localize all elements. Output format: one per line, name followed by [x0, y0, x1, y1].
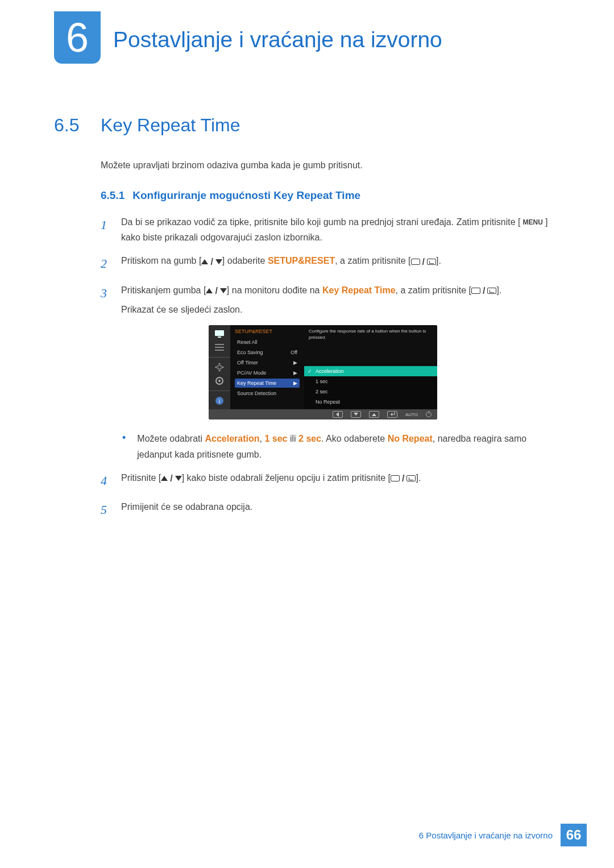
- osd-option: 2 sec: [304, 387, 437, 397]
- step-text: ].: [496, 285, 501, 295]
- subsection-title: Konfiguriranje mogućnosti Key Repeat Tim…: [132, 189, 360, 202]
- svg-rect-3: [215, 347, 224, 348]
- key-repeat-keyword: Key Repeat Time: [322, 285, 396, 295]
- monitor-icon: [213, 329, 226, 339]
- note-text: Možete odabrati: [137, 434, 205, 443]
- enter-icon: [387, 411, 397, 418]
- up-down-icon: /: [161, 471, 181, 486]
- step-text: Pritisnite [: [121, 473, 161, 483]
- osd-preview: Configure the response rate of a button …: [304, 325, 437, 366]
- page-number-badge: 66: [561, 824, 587, 846]
- osd-bottom-bar: AUTO: [209, 409, 437, 420]
- chapter-number-badge: 6: [54, 11, 101, 64]
- step-text: ].: [436, 256, 441, 265]
- osd-option: No Repeat: [304, 397, 437, 407]
- note-bullet: • Možete odabrati Acceleration, 1 sec il…: [122, 431, 560, 462]
- power-icon: [426, 412, 432, 417]
- osd-menu-item: Eco SavingOff: [235, 348, 300, 357]
- osd-menu: SETUP&RESET Reset All Eco SavingOff Off …: [230, 325, 304, 409]
- setup-reset-keyword: SETUP&RESET: [268, 256, 335, 265]
- svg-rect-0: [215, 330, 224, 336]
- step-5: 5 Primijenit će se odabrana opcija.: [101, 499, 560, 520]
- move-icon: [213, 362, 226, 372]
- step-after-text: Prikazat će se sljedeći zaslon.: [121, 302, 560, 317]
- chapter-header: 6 Postavljanje i vraćanje na izvorno: [54, 11, 560, 64]
- enter-icon: /: [411, 254, 436, 269]
- osd-option-selected: Acceleration: [304, 366, 437, 376]
- svg-point-7: [218, 380, 221, 382]
- osd-menu-item: Off Timer▶: [235, 358, 300, 367]
- step-number: 4: [101, 470, 111, 491]
- up-down-icon: /: [201, 254, 222, 269]
- up-down-icon: /: [206, 283, 226, 298]
- osd-option: 1 sec: [304, 376, 437, 387]
- step-3: 3 Pritiskanjem gumba [/] na monitoru dođ…: [101, 283, 560, 318]
- section-heading: 6.5 Key Repeat Time: [54, 115, 560, 136]
- down-icon: [351, 411, 361, 418]
- step-text: ] odaberite: [222, 256, 268, 265]
- svg-rect-4: [215, 350, 224, 351]
- osd-screenshot: i SETUP&RESET Reset All Eco SavingOff Of…: [209, 325, 437, 420]
- section-number: 6.5: [54, 115, 88, 136]
- footer-chapter-ref: 6 Postavljanje i vraćanje na izvorno: [419, 830, 553, 840]
- keyword: 1 sec: [264, 434, 287, 443]
- chapter-title: Postavljanje i vraćanje na izvorno: [113, 11, 442, 52]
- subsection-heading: 6.5.1 Konfiguriranje mogućnosti Key Repe…: [101, 189, 560, 202]
- osd-menu-item: PC/AV Mode▶: [235, 368, 300, 377]
- left-icon: [333, 411, 343, 418]
- osd-dropdown: Acceleration 1 sec 2 sec No Repeat: [304, 366, 437, 409]
- enter-icon: /: [471, 283, 496, 298]
- osd-menu-title: SETUP&RESET: [235, 329, 300, 334]
- osd-help-text: Configure the response rate of a button …: [308, 329, 434, 340]
- osd-menu-item: Source Detection: [235, 389, 300, 398]
- subsection-number: 6.5.1: [101, 189, 125, 202]
- osd-menu-item: Reset All: [235, 338, 300, 347]
- gear-icon: [213, 376, 226, 386]
- step-number: 2: [101, 253, 111, 274]
- section-intro: Možete upravljati brzinom odaziva gumba …: [101, 159, 560, 172]
- step-number: 5: [101, 499, 111, 520]
- step-text: ].: [416, 473, 421, 483]
- enter-icon: /: [391, 471, 416, 486]
- step-1: 1 Da bi se prikazao vodič za tipke, prit…: [101, 214, 560, 245]
- keyword: 2 sec: [298, 434, 321, 443]
- section-title: Key Repeat Time: [101, 115, 240, 136]
- note-text: . Ako odaberete: [321, 434, 388, 443]
- page-footer: 6 Postavljanje i vraćanje na izvorno 66: [419, 824, 587, 846]
- bullet-icon: •: [122, 431, 126, 462]
- step-number: 3: [101, 283, 111, 318]
- step-number: 1: [101, 214, 111, 245]
- osd-sidebar: i: [209, 325, 230, 409]
- svg-text:i: i: [219, 398, 221, 404]
- step-2: 2 Pritiskom na gumb [/] odaberite SETUP&…: [101, 253, 560, 274]
- step-text: Da bi se prikazao vodič za tipke, pritis…: [121, 217, 521, 227]
- svg-rect-2: [215, 344, 224, 345]
- step-text: Pritiskanjem gumba [: [121, 285, 206, 295]
- keyword: No Repeat: [388, 434, 433, 443]
- step-text: Pritiskom na gumb [: [121, 256, 201, 265]
- up-icon: [369, 411, 379, 418]
- step-text: ] kako biste odabrali željenu opciju i z…: [182, 473, 391, 483]
- step-text: Primijenit će se odabrana opcija.: [121, 499, 560, 520]
- auto-label: AUTO: [405, 412, 418, 417]
- step-text: , a zatim pritisnite [: [396, 285, 471, 295]
- step-4: 4 Pritisnite [/] kako biste odabrali žel…: [101, 470, 560, 491]
- step-text: ] na monitoru dođite na: [227, 285, 322, 295]
- svg-rect-5: [218, 366, 221, 369]
- keyword: Acceleration: [205, 434, 260, 443]
- step-text: , a zatim pritisnite [: [335, 256, 410, 265]
- note-text: ili: [287, 434, 298, 443]
- bars-icon: [213, 342, 226, 352]
- svg-rect-1: [218, 337, 221, 338]
- menu-keyword: MENU: [521, 217, 545, 228]
- osd-menu-item-selected: Key Repeat Time▶: [235, 379, 300, 388]
- info-icon: i: [213, 396, 226, 406]
